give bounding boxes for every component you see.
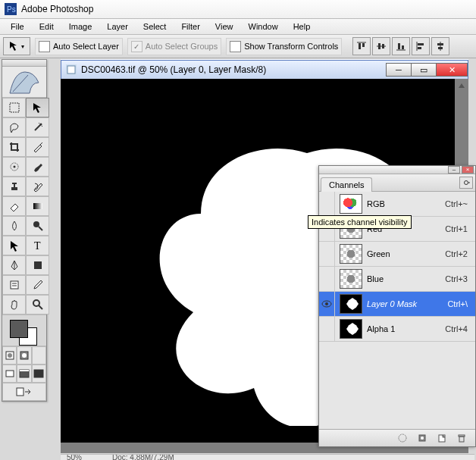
align-bottom-button[interactable] — [392, 37, 410, 55]
menu-file[interactable]: File — [3, 20, 32, 33]
save-selection-button[interactable] — [415, 431, 430, 445]
channel-row[interactable]: RGBCtrl+~ — [319, 192, 475, 217]
tool-history-brush[interactable] — [26, 177, 49, 196]
quickmask-standard-button[interactable] — [2, 346, 17, 365]
panel-drag-bar[interactable]: – × — [319, 166, 475, 174]
show-transform-controls-checkbox[interactable]: Show Transform Controls — [226, 38, 342, 55]
menubar: File Edit Image Layer Select Filter View… — [0, 19, 476, 35]
svg-rect-28 — [12, 183, 17, 184]
panel-menu-button[interactable] — [459, 177, 473, 189]
menu-filter[interactable]: Filter — [174, 20, 207, 33]
menu-layer[interactable]: Layer — [99, 20, 136, 33]
panel-minimize-button[interactable]: – — [448, 166, 460, 174]
tool-gradient[interactable] — [26, 196, 49, 216]
menu-select[interactable]: Select — [136, 20, 174, 33]
minimize-button[interactable]: ─ — [386, 63, 412, 77]
channel-thumbnail[interactable] — [340, 319, 362, 339]
screenmode-standard-button[interactable] — [2, 365, 17, 383]
channel-thumbnail[interactable] — [340, 294, 362, 314]
tool-eraser[interactable] — [2, 196, 26, 216]
tab-channels[interactable]: Channels — [321, 177, 372, 192]
color-swatches[interactable] — [2, 314, 46, 346]
visibility-toggle[interactable] — [319, 317, 335, 341]
menu-image[interactable]: Image — [61, 20, 100, 33]
new-channel-button[interactable] — [434, 431, 449, 445]
tool-shape[interactable] — [26, 255, 49, 275]
channel-row[interactable]: BlueCtrl+3 — [319, 267, 475, 292]
quickmask-button-3[interactable] — [32, 346, 46, 365]
align-vcenter-button[interactable] — [372, 37, 390, 55]
auto-select-layer-label: Auto Select Layer — [53, 42, 119, 51]
tool-magic-wand[interactable] — [26, 117, 49, 137]
channel-label: Blue — [367, 274, 445, 283]
svg-rect-46 — [20, 370, 29, 371]
svg-rect-10 — [402, 45, 404, 49]
channel-thumbnail[interactable] — [340, 269, 362, 289]
visibility-toggle[interactable] — [319, 267, 335, 291]
show-transform-controls-label: Show Transform Controls — [244, 42, 338, 51]
tool-healing-brush[interactable] — [2, 157, 26, 177]
align-hcenter-button[interactable] — [431, 37, 449, 55]
tool-path-select[interactable] — [2, 236, 26, 255]
quickmask-mask-button[interactable] — [17, 346, 31, 365]
scroll-up-icon[interactable] — [456, 80, 467, 91]
visibility-toggle[interactable] — [319, 242, 335, 266]
tool-zoom[interactable] — [26, 295, 49, 314]
visibility-toggle[interactable] — [319, 192, 335, 216]
delete-channel-button[interactable] — [454, 431, 469, 445]
channel-thumbnail[interactable] — [340, 194, 362, 214]
load-selection-button[interactable] — [395, 431, 410, 445]
svg-rect-6 — [378, 43, 380, 49]
align-left-button[interactable] — [412, 37, 430, 55]
zoom-readout[interactable]: 50% — [67, 454, 82, 460]
toolbox-grip[interactable] — [2, 60, 46, 67]
menu-view[interactable]: View — [208, 20, 241, 33]
tool-blur[interactable] — [2, 216, 26, 236]
channel-row[interactable]: Alpha 1Ctrl+4 — [319, 317, 475, 342]
menu-window[interactable]: Window — [241, 20, 286, 33]
panel-close-button[interactable]: × — [462, 166, 474, 174]
tool-rect-marquee[interactable] — [2, 98, 26, 117]
tool-lasso[interactable] — [2, 117, 26, 137]
tool-hand[interactable] — [2, 295, 26, 314]
screenmode-full-button[interactable] — [32, 365, 46, 383]
document-icon — [66, 64, 77, 75]
tool-move[interactable] — [26, 98, 49, 117]
tool-preset-picker[interactable]: ▾ — [3, 37, 30, 55]
menu-edit[interactable]: Edit — [32, 20, 61, 33]
channel-row[interactable]: Layer 0 MaskCtrl+\ — [319, 292, 475, 317]
jump-to-imageready-button[interactable] — [2, 383, 46, 401]
visibility-toggle[interactable] — [319, 292, 335, 316]
menu-help[interactable]: Help — [286, 20, 318, 33]
svg-rect-34 — [34, 261, 42, 269]
svg-rect-3 — [359, 43, 361, 49]
channels-panel: – × Channels RGBCtrl+~RedCtrl+1GreenCtrl… — [318, 165, 476, 447]
svg-rect-9 — [398, 43, 400, 49]
channel-thumbnail[interactable] — [340, 244, 362, 264]
svg-point-30 — [33, 221, 39, 227]
svg-rect-50 — [67, 66, 75, 74]
foreground-color-swatch[interactable] — [10, 320, 28, 338]
tool-type[interactable]: T — [26, 236, 49, 255]
tool-eyedropper[interactable] — [26, 275, 49, 295]
tool-notes[interactable] — [2, 275, 26, 295]
svg-line-19 — [35, 124, 41, 130]
close-button[interactable]: ✕ — [436, 63, 468, 77]
toolbox: T — [2, 59, 47, 402]
tool-slice[interactable] — [26, 137, 49, 157]
tool-crop[interactable] — [2, 137, 26, 157]
tool-dodge[interactable] — [26, 216, 49, 236]
channel-row[interactable]: GreenCtrl+2 — [319, 242, 475, 267]
align-top-button[interactable] — [352, 37, 371, 55]
svg-point-25 — [13, 166, 15, 168]
svg-point-56 — [421, 437, 424, 440]
tool-clone-stamp[interactable] — [2, 177, 26, 196]
document-titlebar[interactable]: DSC00463.tif @ 50% (Layer 0, Layer Mask/… — [61, 60, 468, 80]
tool-brush[interactable] — [26, 157, 49, 177]
channel-shortcut: Ctrl+\ — [447, 299, 475, 308]
screenmode-full-menubar-button[interactable] — [17, 365, 31, 383]
maximize-button[interactable]: ▭ — [411, 63, 437, 77]
svg-point-53 — [325, 302, 328, 305]
tool-pen[interactable] — [2, 255, 26, 275]
auto-select-layer-checkbox[interactable]: Auto Select Layer — [35, 38, 123, 55]
